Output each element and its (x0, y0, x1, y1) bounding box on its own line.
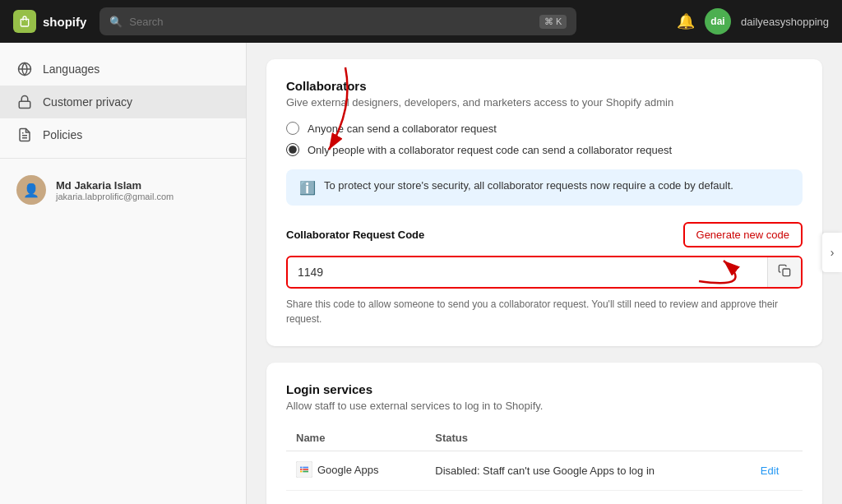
info-box: ℹ️ To protect your store's security, all… (286, 169, 803, 206)
code-row: Collaborator Request Code Generate new c… (286, 222, 803, 247)
login-services-subtitle: Allow staff to use external services to … (286, 400, 803, 412)
collaborators-subtitle: Give external designers, developers, and… (286, 96, 803, 109)
main-layout: Languages Customer privacy (0, 43, 842, 504)
service-name: Google Apps (286, 451, 425, 491)
google-apps-label: Google Apps (317, 464, 378, 476)
google-apps-name: Google Apps (296, 461, 378, 478)
bell-icon[interactable]: 🔔 (677, 12, 695, 30)
svg-rect-5 (783, 269, 790, 276)
radio-option-anyone[interactable]: Anyone can send a collaborator request (286, 122, 803, 135)
radio-anyone-label: Anyone can send a collaborator request (308, 123, 497, 135)
col-header-action (751, 425, 803, 451)
user-avatar: 👤 (16, 175, 46, 205)
col-header-name: Name (286, 425, 425, 451)
radio-anyone[interactable] (286, 122, 299, 135)
sidebar-label-policies: Policies (43, 128, 82, 141)
shopify-bag-icon (13, 10, 36, 33)
code-input-row (286, 256, 803, 289)
sidebar-item-languages[interactable]: Languages (0, 53, 246, 86)
service-action: Edit (751, 451, 803, 491)
sidebar-user: 👤 Md Jakaria Islam jakaria.labprolific@g… (0, 165, 246, 215)
radio-code-only[interactable] (286, 143, 299, 156)
sidebar-label-customer-privacy: Customer privacy (43, 95, 132, 109)
user-info: Md Jakaria Islam jakaria.labprolific@gma… (56, 179, 173, 201)
sidebar: Languages Customer privacy (0, 43, 247, 504)
user-name: Md Jakaria Islam (56, 179, 173, 192)
sidebar-label-languages: Languages (43, 62, 99, 76)
login-services-card: Login services Allow staff to use extern… (266, 363, 822, 504)
lock-icon (16, 94, 33, 110)
col-header-status: Status (425, 425, 751, 451)
info-text: To protect your store's security, all co… (324, 179, 733, 192)
collaborators-title: Collaborators (286, 79, 803, 93)
shopify-logo: shopify (13, 10, 86, 33)
avatar: dai (705, 8, 731, 35)
logo-text: shopify (43, 15, 86, 29)
content-area: Collaborators Give external designers, d… (247, 43, 842, 504)
service-status: Disabled: Staff can't use Google Apps to… (425, 451, 751, 491)
services-table: Name Status (286, 425, 803, 491)
topnav-right: 🔔 dai dailyeasyshopping (677, 8, 829, 35)
generate-code-button[interactable]: Generate new code (683, 222, 803, 247)
user-email: jakaria.labprolific@gmail.com (56, 192, 173, 201)
code-label: Collaborator Request Code (286, 229, 424, 241)
radio-option-code-only[interactable]: Only people with a collaborator request … (286, 143, 803, 156)
top-navigation: shopify 🔍 ⌘ K 🔔 dai dailyeasyshopping (0, 0, 842, 43)
code-input[interactable] (288, 259, 767, 285)
policies-icon (16, 127, 33, 143)
side-panel-toggle[interactable]: › (822, 233, 842, 272)
radio-code-only-label: Only people with a collaborator request … (308, 144, 672, 156)
search-shortcut: ⌘ K (539, 15, 567, 29)
sidebar-item-customer-privacy[interactable]: Customer privacy (0, 86, 246, 118)
info-icon: ℹ️ (299, 180, 316, 196)
table-row: Google Apps Disabled: Staff can't use Go… (286, 451, 803, 491)
radio-group: Anyone can send a collaborator request O… (286, 122, 803, 156)
copy-code-button[interactable] (767, 257, 801, 287)
search-input[interactable] (129, 16, 533, 28)
edit-link[interactable]: Edit (761, 465, 779, 477)
search-icon: 🔍 (109, 16, 123, 28)
sidebar-item-policies[interactable]: Policies (0, 118, 246, 151)
languages-icon (16, 61, 33, 77)
code-help-text: Share this code to allow someone to send… (286, 297, 803, 326)
username-label: dailyeasyshopping (741, 16, 829, 28)
search-bar[interactable]: 🔍 ⌘ K (99, 7, 576, 35)
svg-rect-2 (19, 101, 30, 108)
chevron-right-icon: › (830, 246, 835, 259)
sidebar-divider (0, 158, 246, 159)
login-services-title: Login services (286, 382, 803, 396)
collaborators-card: Collaborators Give external designers, d… (266, 59, 822, 346)
